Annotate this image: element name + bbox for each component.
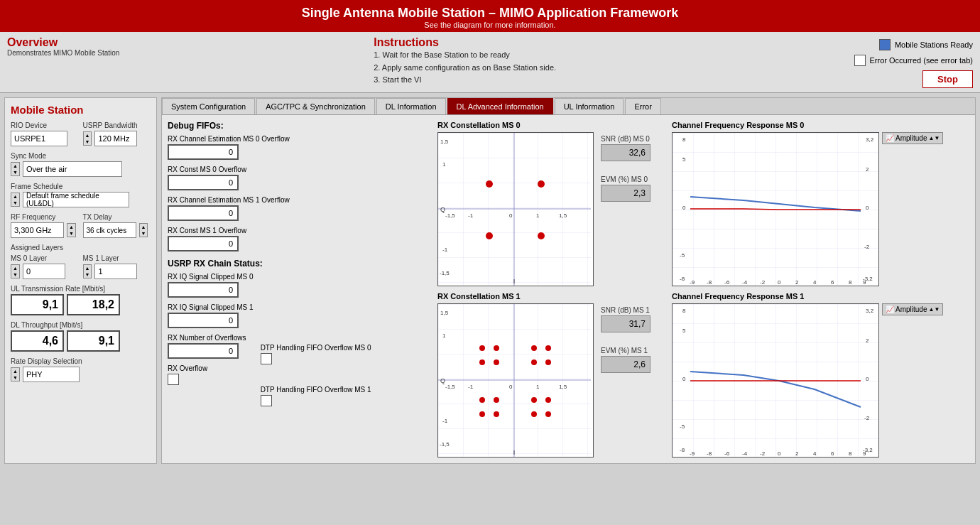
- stop-button[interactable]: Stop: [922, 70, 973, 88]
- svg-text:-1,5: -1,5: [440, 441, 450, 448]
- svg-text:1,5: 1,5: [559, 212, 567, 219]
- ms1-layer-group: MS 1 Layer ▲▼ 1: [83, 254, 151, 279]
- amplitude-ms1-ctrl: 📈 Amplitude ▲▼: [882, 303, 943, 315]
- snr-ms1-label: SNR (dB) MS 1: [601, 306, 665, 314]
- ms0-layer-label: MS 0 Layer: [11, 254, 79, 262]
- tab-dl-information[interactable]: DL Information: [376, 98, 446, 114]
- svg-text:8: 8: [682, 136, 686, 143]
- svg-point-59: [494, 359, 499, 365]
- svg-text:-1: -1: [442, 247, 448, 253]
- svg-text:3,2: 3,2: [866, 136, 874, 143]
- rf-frequency-group: RF Frequency 3,300 GHz ▲▼: [11, 213, 79, 238]
- amplitude-ms0-select[interactable]: 📈 Amplitude ▲▼: [882, 132, 943, 144]
- sync-mode-value: Over the air: [23, 161, 122, 177]
- amplitude-ms1-label: Amplitude: [895, 305, 927, 313]
- debug-value-3: 0: [168, 236, 239, 251]
- tx-delay-spinner[interactable]: ▲▼: [139, 223, 148, 237]
- status-section: Mobile Stations Ready Error Occurred (se…: [854, 36, 973, 88]
- usrp-bandwidth-row: ▲▼ 120 MHz: [83, 131, 151, 146]
- debug-field-3: RX Const MS 1 Overflow 0: [168, 227, 430, 251]
- ms1-layer-spinner[interactable]: ▲▼: [83, 264, 92, 278]
- tab-system-configuration[interactable]: System Configuration: [162, 98, 255, 114]
- debug-value-1: 0: [168, 175, 239, 190]
- frame-schedule-row: ▲▼ Default frame schedule (UL&DL): [11, 192, 151, 207]
- overview-description: Demonstrates MIMO Mobile Station: [7, 49, 163, 57]
- header-subtitle: See the diagram for more information.: [0, 21, 980, 29]
- snr-ms0-column: SNR (dB) MS 0 32,6 EVM (%) MS 0 2,3: [601, 121, 665, 286]
- snr-ms1-field: SNR (dB) MS 1 31,7: [601, 306, 665, 332]
- rate-display-spinner[interactable]: ▲▼: [11, 367, 20, 381]
- constellation-ms1-chart: I Q -1,5 -1 0 1 1,5 1,5 1 -1 -1,5: [437, 303, 594, 458]
- svg-text:0: 0: [509, 212, 513, 219]
- freq-ms1-chart: Channel Frequency Response MS 1: [672, 292, 969, 458]
- tab-ul-information[interactable]: UL Information: [555, 98, 624, 114]
- rf-frequency-value: 3,300 GHz: [11, 222, 64, 238]
- evm-ms0-label: EVM (%) MS 0: [601, 175, 665, 183]
- svg-text:9: 9: [863, 279, 866, 286]
- rf-frequency-spinner[interactable]: ▲▼: [67, 223, 76, 237]
- error-indicator: [854, 55, 866, 66]
- usrp-field-2: RX Number of Overflows 0: [168, 334, 254, 359]
- svg-point-61: [545, 359, 551, 365]
- mobile-station-title: Mobile Station: [11, 104, 151, 116]
- svg-text:-1: -1: [468, 212, 474, 219]
- svg-text:5: 5: [682, 156, 686, 163]
- dtp-label-0: DTP Handling FIFO Overflow MS 0: [261, 344, 371, 352]
- mobile-stations-label: Mobile Stations Ready: [895, 40, 973, 49]
- amplitude-ms1-spinner[interactable]: ▲▼: [928, 306, 940, 313]
- debug-field-2: RX Channel Estimation MS 1 Overflow 0: [168, 196, 430, 221]
- sync-mode-spinner[interactable]: ▲▼: [11, 162, 20, 176]
- constellation-ms1: RX Constellation MS 1: [437, 292, 594, 458]
- tab-content: Debug FIFOs: RX Channel Estimation MS 0 …: [162, 115, 975, 463]
- dtp-checkbox-1[interactable]: [261, 395, 272, 406]
- svg-point-15: [486, 180, 493, 188]
- main-area: Mobile Station RIO Device USRP Bandwidth…: [0, 93, 980, 468]
- debug-fifos-title: Debug FIFOs:: [168, 121, 430, 131]
- tab-dl-advanced-information[interactable]: DL Advanced Information: [447, 98, 553, 114]
- dl-throughput-label: DL Throughput [Mbit/s]: [11, 321, 151, 329]
- amplitude-ms1-select[interactable]: 📈 Amplitude ▲▼: [882, 303, 943, 315]
- svg-text:0: 0: [682, 376, 686, 382]
- mobile-stations-status-row: Mobile Stations Ready: [879, 39, 973, 50]
- svg-point-17: [538, 232, 545, 239]
- debug-field-1: RX Const MS 0 Overflow 0: [168, 166, 430, 190]
- svg-text:-4: -4: [742, 279, 748, 286]
- usrp-value-1: 0: [168, 313, 239, 328]
- debug-value-2: 0: [168, 205, 239, 221]
- tab-agc-tpc[interactable]: AGC/TPC & Synchronization: [256, 98, 375, 114]
- ms0-layer-spinner[interactable]: ▲▼: [11, 264, 20, 278]
- frame-schedule-spinner[interactable]: ▲▼: [11, 193, 20, 207]
- amplitude-ms0-label: Amplitude: [895, 134, 927, 142]
- svg-text:-5: -5: [680, 252, 685, 259]
- constellation-ms1-svg: I Q -1,5 -1 0 1 1,5 1,5 1 -1 -1,5: [438, 304, 591, 457]
- debug-column: Debug FIFOs: RX Channel Estimation MS 0 …: [168, 121, 430, 458]
- ul-transmission-label: UL Transmission Rate [Mbit/s]: [11, 285, 151, 293]
- rx-overflow-checkbox[interactable]: [168, 374, 179, 385]
- amplitude-ms0-spinner[interactable]: ▲▼: [928, 135, 940, 141]
- freq-ms0-chart: Channel Frequency Response MS 0: [672, 121, 969, 286]
- svg-text:-6: -6: [724, 279, 730, 286]
- svg-point-55: [494, 345, 499, 351]
- dtp-field-1: DTP Handling FIFO Overflow MS 1: [261, 386, 371, 406]
- snr-ms1-spacer: SNR (dB) MS 1 31,7 EVM (%) MS 1 2,6: [601, 306, 665, 373]
- ms0-layer-value: 0: [23, 264, 65, 279]
- rio-device-input[interactable]: [11, 131, 67, 146]
- svg-text:5: 5: [682, 328, 686, 334]
- debug-value-0: 0: [168, 144, 239, 160]
- svg-text:1,5: 1,5: [440, 139, 449, 145]
- evm-ms1-value: 2,6: [601, 356, 650, 373]
- usrp-value-2: 0: [168, 343, 239, 359]
- dtp-checkbox-0[interactable]: [261, 353, 272, 364]
- svg-text:-8: -8: [680, 447, 685, 453]
- usrp-bandwidth-spinner[interactable]: ▲▼: [83, 131, 92, 146]
- amplitude-ms0-icon: 📈: [886, 134, 894, 142]
- instruction-step-2: 2. Apply same configuration as on Base S…: [374, 62, 643, 75]
- tab-error[interactable]: Error: [625, 98, 660, 114]
- usrp-bandwidth-label: USRP Bandwidth: [83, 121, 151, 129]
- svg-text:1: 1: [442, 161, 446, 168]
- usrp-left-col: RX IQ Signal Clipped MS 0 0 RX IQ Signal…: [168, 273, 254, 412]
- svg-text:2: 2: [866, 166, 869, 173]
- svg-text:8: 8: [682, 308, 686, 314]
- usrp-label-0: RX IQ Signal Clipped MS 0: [168, 273, 254, 281]
- frame-schedule-value: Default frame schedule (UL&DL): [23, 192, 129, 207]
